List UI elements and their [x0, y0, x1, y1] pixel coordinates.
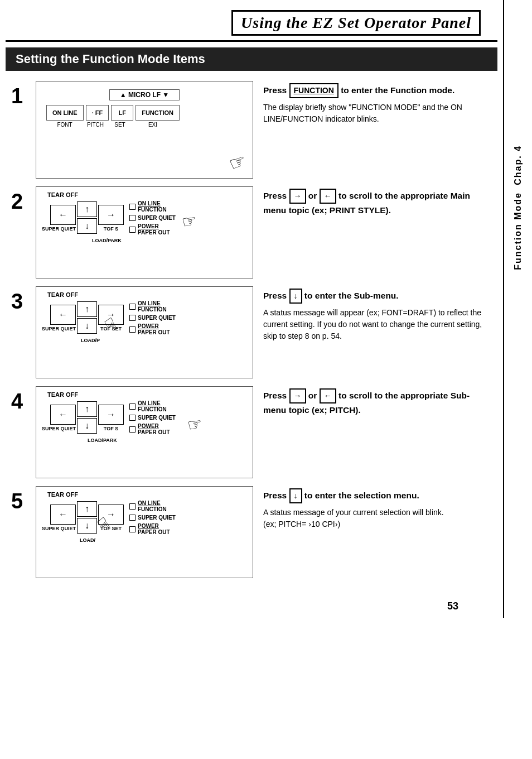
- right-sidebar: Chap. 4 Function Mode: [503, 0, 532, 618]
- online-btn: ON LINE: [46, 105, 84, 121]
- super-quiet-label-3: SUPER QUIET: [42, 326, 76, 332]
- online-function-cb-5: [129, 503, 136, 510]
- step-4-number: 4: [11, 390, 33, 414]
- pitch-label: PITCH: [84, 122, 107, 128]
- super-quiet-row-4: SUPER QUIET: [129, 415, 176, 421]
- up-btn-5: ↑: [77, 501, 97, 517]
- super-quiet-cb-4: [129, 415, 136, 421]
- power-paper-cb-4: [129, 426, 136, 433]
- set-label: SET: [109, 122, 131, 128]
- step-5-desc: A status message of your current selecti…: [263, 507, 492, 530]
- super-quiet-row-5: SUPER QUIET: [129, 515, 176, 521]
- step-5-row: 5 TEAR OFF ← SUPER QUIET ↑ ↓: [6, 486, 497, 578]
- step-2-diagram: TEAR OFF ← SUPER QUIET ↑ ↓: [36, 186, 253, 278]
- section-header: Setting the Function Mode Items: [6, 47, 497, 71]
- step-3-desc: A status message will appear (ex; FONT=D…: [263, 307, 492, 342]
- right-arrow-btn-4: →: [98, 405, 124, 425]
- step-4-press-line: Press → or ← to scroll to the appropriat…: [263, 388, 492, 416]
- load-park-label-4: LOAD/PARK: [88, 438, 247, 443]
- power-paper-cb-3: [129, 326, 136, 333]
- load-park-label-3: LOAD/P: [81, 338, 247, 343]
- step-2-press-line: Press → or ← to scroll to the appropriat…: [263, 189, 492, 217]
- finger-icon-1: ☞: [226, 149, 249, 176]
- sidebar-chap: Chap. 4: [513, 145, 523, 185]
- power-paper-cb-5: [129, 526, 136, 532]
- online-function-row-5: ON LINEFUNCTION: [129, 500, 176, 512]
- down-key-5: ↓: [289, 488, 302, 503]
- power-paper-row-2: POWERPAPER OUT: [129, 223, 176, 236]
- step-3-row: 3 TEAR OFF ← SUPER QUIET ↑ ↓: [6, 286, 497, 378]
- online-function-cb-4: [129, 403, 136, 410]
- left-key-2: ←: [320, 189, 336, 204]
- page-title: Using the EZ Set Operator Panel: [231, 10, 481, 36]
- super-quiet-cb-3: [129, 315, 136, 321]
- right-arrow-btn-2: →: [98, 205, 124, 225]
- down-btn-2: ↓: [77, 218, 97, 234]
- step-5-text: Press ↓ to enter the selection menu. A s…: [263, 486, 492, 530]
- step-1-text: Press FUNCTION to enter the Function mod…: [263, 81, 492, 125]
- super-quiet-label-4: SUPER QUIET: [42, 426, 76, 431]
- sidebar-func: Function Mode: [513, 192, 523, 270]
- down-btn-4: ↓: [77, 418, 97, 434]
- step-4-row: 4 TEAR OFF ← SUPER QUIET ↑ ↓: [6, 386, 497, 478]
- section-title: Setting the Function Mode Items: [16, 52, 205, 66]
- step-3-press-line: Press ↓ to enter the Sub-menu.: [263, 289, 492, 304]
- ff-btn: · FF: [86, 105, 109, 121]
- font-label: FONT: [47, 122, 82, 128]
- power-paper-cb-2: [129, 227, 136, 233]
- load-park-label-5: LOAD/: [80, 537, 247, 543]
- step-1-press-line: Press FUNCTION to enter the Function mod…: [263, 83, 492, 98]
- page-header: Using the EZ Set Operator Panel: [6, 0, 497, 42]
- right-key-2: →: [289, 189, 306, 204]
- step-1-number: 1: [11, 84, 33, 108]
- micro-lf-bar: ▲ MICRO LF ▼: [109, 89, 180, 100]
- power-paper-row-4: POWERPAPER OUT: [129, 423, 176, 435]
- step-5-diagram: TEAR OFF ← SUPER QUIET ↑ ↓: [36, 486, 253, 578]
- step-1-desc: The display briefly show "FUNCTION MODE"…: [263, 102, 492, 125]
- super-quiet-cb-5: [129, 515, 136, 521]
- tearoff-label-5: TEAR OFF: [47, 491, 247, 498]
- up-btn-4: ↑: [77, 401, 97, 417]
- super-quiet-cb-2: [129, 215, 136, 221]
- online-function-row-2: ON LINEFUNCTION: [129, 200, 176, 213]
- step-2-text: Press → or ← to scroll to the appropriat…: [263, 186, 492, 220]
- load-park-label-2: LOAD/PARK: [92, 238, 247, 243]
- left-key-4: ←: [320, 388, 336, 403]
- super-quiet-row-2: SUPER QUIET: [129, 215, 176, 221]
- tof-label-4: TOF S: [104, 426, 118, 431]
- step-3-number: 3: [11, 290, 33, 314]
- down-btn-3: ↓: [77, 318, 97, 334]
- function-key: FUNCTION: [289, 83, 338, 98]
- super-quiet-label-2: SUPER QUIET: [42, 226, 76, 232]
- super-quiet-label-5: SUPER QUIET: [42, 526, 76, 531]
- step-4-text: Press → or ← to scroll to the appropriat…: [263, 386, 492, 420]
- function-btn: FUNCTION: [136, 105, 180, 121]
- tearoff-label-3: TEAR OFF: [47, 291, 247, 298]
- exi-label: EXI: [133, 122, 172, 128]
- power-paper-row-3: POWERPAPER OUT: [129, 323, 176, 335]
- tearoff-label-2: TEAR OFF: [47, 191, 247, 198]
- left-arrow-btn-5: ←: [50, 505, 76, 525]
- power-paper-row-5: POWERPAPER OUT: [129, 523, 176, 535]
- micro-lf-label: ▲ MICRO LF ▼: [120, 91, 169, 99]
- left-arrow-btn-4: ←: [50, 405, 76, 425]
- step-1-diagram: ▲ MICRO LF ▼ ON LINE · FF LF FUNCTION FO…: [36, 81, 253, 179]
- super-quiet-row-3: SUPER QUIET: [129, 315, 176, 321]
- online-function-cb-3: [129, 304, 136, 310]
- finger-icon-4: ☞: [186, 414, 204, 435]
- step-1-row: 1 ▲ MICRO LF ▼ ON LINE · FF LF FUNCTION: [6, 81, 497, 179]
- online-function-cb-2: [129, 204, 136, 210]
- tearoff-label-4: TEAR OFF: [47, 391, 247, 398]
- up-btn-3: ↑: [77, 301, 97, 317]
- online-function-row-3: ON LINEFUNCTION: [129, 300, 176, 313]
- up-btn-2: ↑: [77, 201, 97, 217]
- step-2-row: 2 TEAR OFF ← SUPER QUIET ↑ ↓: [6, 186, 497, 278]
- step-4-diagram: TEAR OFF ← SUPER QUIET ↑ ↓: [36, 386, 253, 478]
- tof-label-2: TOF S: [104, 226, 118, 232]
- finger-icon-2: ☞: [180, 210, 199, 232]
- down-key-3: ↓: [289, 289, 302, 304]
- left-arrow-btn-2: ←: [50, 205, 76, 225]
- step-5-number: 5: [11, 489, 33, 513]
- online-function-row-4: ON LINEFUNCTION: [129, 400, 176, 412]
- step-2-number: 2: [11, 190, 33, 214]
